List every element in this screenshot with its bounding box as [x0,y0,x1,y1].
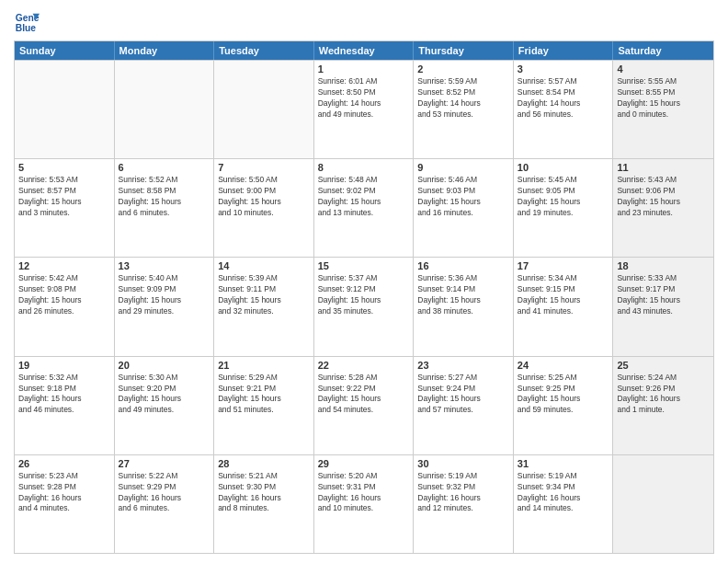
day-info-line: and 59 minutes. [518,405,609,416]
day-number: 28 [218,458,310,469]
day-info-line: Daylight: 16 hours [119,493,210,504]
day-number: 26 [18,458,110,469]
day-cell-14: 14Sunrise: 5:39 AMSunset: 9:11 PMDayligh… [214,258,314,355]
day-info-line: Daylight: 15 hours [119,394,210,405]
day-info-line: Daylight: 14 hours [518,98,609,109]
day-info-line: Sunrise: 5:46 AM [417,175,509,186]
calendar-row-4: 26Sunrise: 5:23 AMSunset: 9:28 PMDayligh… [15,454,713,553]
day-info-line: Sunrise: 6:01 AM [318,76,410,87]
day-info-line: Daylight: 15 hours [417,394,509,405]
day-info-line: Sunset: 8:55 PM [617,87,710,98]
day-info-line: Sunset: 9:34 PM [518,482,609,493]
day-info-line: and 0 minutes. [617,109,710,121]
day-number: 25 [617,360,710,371]
day-number: 17 [518,260,609,271]
day-number: 8 [318,162,410,173]
day-info-line: Sunrise: 5:43 AM [617,175,710,186]
weekday-header-saturday: Saturday [613,41,713,60]
day-info-line: Sunset: 9:14 PM [417,284,509,295]
day-info-line: Sunset: 9:09 PM [119,284,210,295]
day-number: 23 [417,360,509,371]
day-info-line: Sunset: 9:17 PM [617,284,710,295]
day-number: 27 [119,458,210,469]
day-info-line: and 46 minutes. [18,405,110,416]
day-info-line: and 53 minutes. [417,109,509,121]
day-info-line: and 57 minutes. [417,405,509,416]
day-cell-12: 12Sunrise: 5:42 AMSunset: 9:08 PMDayligh… [15,258,115,355]
logo-icon: General Blue [14,9,40,35]
day-info-line: Sunrise: 5:57 AM [518,76,609,87]
day-number: 1 [318,63,410,75]
day-number: 19 [18,360,110,371]
day-info-line: and 19 minutes. [518,208,609,219]
day-info-line: Daylight: 15 hours [518,295,609,306]
day-info-line: Sunrise: 5:29 AM [218,373,310,384]
header: General Blue [14,9,714,35]
day-info-line: Sunrise: 5:59 AM [417,76,509,87]
day-info-line: Sunset: 9:03 PM [417,186,509,197]
weekday-header-tuesday: Tuesday [214,41,314,60]
empty-cell-0-1 [115,61,215,158]
day-cell-19: 19Sunrise: 5:32 AMSunset: 9:18 PMDayligh… [15,357,115,454]
day-info-line: and 6 minutes. [119,208,210,219]
day-cell-22: 22Sunrise: 5:28 AMSunset: 9:22 PMDayligh… [314,357,415,454]
weekday-header-thursday: Thursday [414,41,514,60]
day-info-line: Sunset: 9:25 PM [518,384,609,395]
day-number: 7 [218,162,310,173]
day-info-line: Sunset: 9:20 PM [119,384,210,395]
day-number: 21 [218,360,310,371]
day-cell-11: 11Sunrise: 5:43 AMSunset: 9:06 PMDayligh… [613,159,713,257]
day-info-line: and 43 minutes. [617,306,710,317]
day-info-line: Sunrise: 5:50 AM [218,175,310,186]
day-info-line: Sunset: 8:54 PM [518,87,609,98]
day-number: 9 [417,162,509,173]
day-cell-6: 6Sunrise: 5:52 AMSunset: 8:58 PMDaylight… [115,159,215,257]
day-info-line: Daylight: 15 hours [318,197,410,208]
day-cell-24: 24Sunrise: 5:25 AMSunset: 9:25 PMDayligh… [514,357,614,454]
day-cell-16: 16Sunrise: 5:36 AMSunset: 9:14 PMDayligh… [414,258,514,355]
day-info-line: and 49 minutes. [318,109,410,121]
day-cell-15: 15Sunrise: 5:37 AMSunset: 9:12 PMDayligh… [314,258,415,355]
svg-text:Blue: Blue [16,23,37,33]
day-info-line: Daylight: 15 hours [617,98,710,109]
day-info-line: Daylight: 15 hours [617,295,710,306]
day-cell-8: 8Sunrise: 5:48 AMSunset: 9:02 PMDaylight… [314,159,415,257]
day-cell-28: 28Sunrise: 5:21 AMSunset: 9:30 PMDayligh… [214,455,314,553]
day-info-line: Sunrise: 5:25 AM [518,373,609,384]
day-info-line: Sunset: 9:24 PM [417,384,509,395]
day-cell-5: 5Sunrise: 5:53 AMSunset: 8:57 PMDaylight… [15,159,115,257]
day-info-line: Sunrise: 5:36 AM [417,273,509,284]
day-cell-26: 26Sunrise: 5:23 AMSunset: 9:28 PMDayligh… [15,455,115,553]
day-info-line: Sunrise: 5:32 AM [18,373,110,384]
day-info-line: Sunset: 9:21 PM [218,384,310,395]
day-info-line: Sunset: 8:57 PM [18,186,110,197]
day-info-line: Sunrise: 5:52 AM [119,175,210,186]
day-info-line: Sunrise: 5:20 AM [318,471,410,482]
day-info-line: Sunrise: 5:33 AM [617,273,710,284]
day-info-line: Daylight: 15 hours [218,197,310,208]
calendar-row-1: 5Sunrise: 5:53 AMSunset: 8:57 PMDaylight… [15,158,713,257]
day-info-line: Sunrise: 5:39 AM [218,273,310,284]
day-info-line: Sunrise: 5:27 AM [417,373,509,384]
day-info-line: Sunset: 9:15 PM [518,284,609,295]
day-number: 2 [417,63,509,75]
day-info-line: Daylight: 15 hours [18,295,110,306]
day-info-line: and 49 minutes. [119,405,210,416]
day-number: 11 [617,162,710,173]
day-info-line: and 6 minutes. [119,503,210,514]
day-number: 12 [18,260,110,271]
day-info-line: Daylight: 16 hours [518,493,609,504]
day-number: 10 [518,162,609,173]
day-number: 15 [318,260,410,271]
day-info-line: Daylight: 14 hours [318,98,410,109]
day-info-line: Sunrise: 5:55 AM [617,76,710,87]
day-info-line: Sunset: 9:08 PM [18,284,110,295]
day-info-line: Sunset: 9:02 PM [318,186,410,197]
day-info-line: Sunrise: 5:48 AM [318,175,410,186]
day-info-line: Sunrise: 5:34 AM [518,273,609,284]
day-info-line: Sunrise: 5:30 AM [119,373,210,384]
day-info-line: Sunrise: 5:53 AM [18,175,110,186]
day-info-line: Sunset: 9:32 PM [417,482,509,493]
day-info-line: Daylight: 15 hours [18,197,110,208]
day-info-line: Sunrise: 5:42 AM [18,273,110,284]
